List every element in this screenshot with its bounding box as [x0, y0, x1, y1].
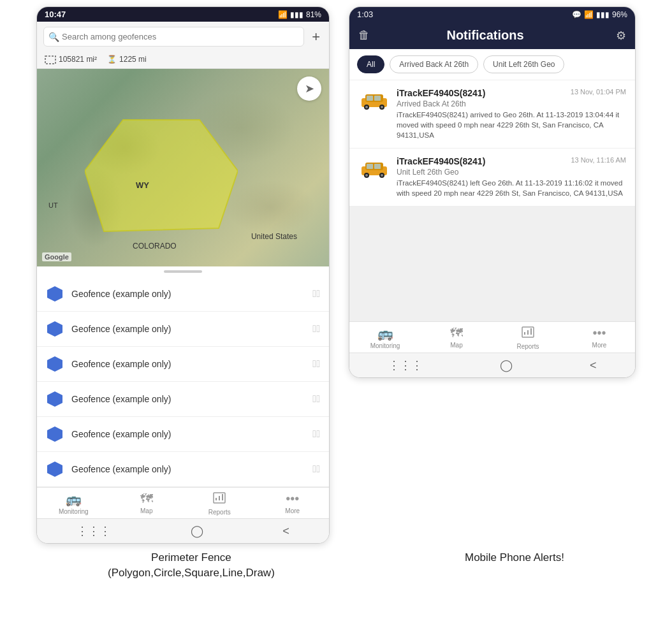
monitoring-icon: 🚌 — [66, 491, 82, 507]
car-icon — [358, 156, 390, 179]
device-name: iTrackEF4940S(8241) — [397, 88, 485, 98]
map-background: WY United States COLORADO UT ➤ Google — [37, 69, 329, 266]
reports-icon — [212, 491, 226, 507]
add-geofence-button[interactable]: + — [309, 29, 323, 45]
notification-body: iTrackEF4940S(8241) left Geo 26th. At 11… — [397, 178, 626, 198]
filter-tabs: All Arrived Back At 26th Unit Left 26th … — [349, 49, 635, 80]
car-icon — [358, 88, 390, 111]
svg-point-17 — [381, 106, 383, 108]
list-item[interactable]: Geofence (example only) 👁̸ — [37, 347, 329, 382]
nav-more-label: More — [285, 507, 300, 514]
right-nav-map[interactable]: 🗺 Map — [437, 326, 476, 350]
notification-time: 13 Nov, 01:04 PM — [571, 88, 626, 96]
more-icon: ••• — [286, 491, 299, 506]
right-signal-icon: ▮▮▮ — [596, 10, 610, 19]
right-battery: 96% — [612, 10, 627, 19]
geofence-label: Geofence (example only) — [71, 429, 305, 439]
geofence-icon — [46, 355, 64, 373]
svg-rect-19 — [374, 96, 381, 101]
search-input[interactable] — [43, 27, 304, 47]
right-status-icons: 💬 📶 ▮▮▮ 96% — [572, 10, 627, 19]
nav-map-label: Map — [140, 507, 152, 514]
signal-icon: ▮▮▮ — [290, 10, 303, 19]
map-label-ut: UT — [48, 201, 58, 209]
visibility-icon[interactable]: 👁̸ — [312, 323, 320, 335]
list-item[interactable]: Geofence (example only) 👁̸ — [37, 452, 329, 487]
back-button[interactable]: < — [282, 525, 289, 538]
geofence-icon — [46, 460, 64, 478]
right-nav-reports[interactable]: Reports — [509, 326, 547, 350]
search-icon: 🔍 — [48, 32, 59, 42]
visibility-icon[interactable]: 👁̸ — [312, 358, 320, 370]
list-item[interactable]: Geofence (example only) 👁̸ — [37, 312, 329, 347]
filter-tab-all[interactable]: All — [357, 55, 384, 73]
right-nav-monitoring[interactable]: 🚌 Monitoring — [366, 326, 404, 350]
right-nav-more[interactable]: ••• More — [580, 326, 618, 350]
notification-top-row: iTrackEF4940S(8241) 13 Nov, 01:04 PM — [397, 88, 626, 98]
svg-marker-1 — [85, 120, 238, 231]
geofence-label: Geofence (example only) — [71, 359, 305, 369]
list-item[interactable]: Geofence (example only) 👁̸ — [37, 277, 329, 312]
right-monitoring-icon: 🚌 — [377, 326, 393, 341]
left-phone: 10:47 📶 ▮▮▮ 81% 🔍 + ​ 10 — [36, 6, 330, 544]
wifi-icon: 📶 — [278, 10, 288, 19]
nav-more[interactable]: ••• More — [274, 491, 312, 516]
right-android-nav: ⋮⋮⋮ ◯ < — [349, 353, 635, 377]
captions-row: Perimeter Fence(Polygon,Circle,Square,Li… — [0, 544, 672, 581]
filter-tab-arrived[interactable]: Arrived Back At 26th — [390, 55, 478, 73]
visibility-icon[interactable]: 👁̸ — [312, 393, 320, 405]
distance-stat: ⏳ 1225 mi — [107, 55, 147, 64]
right-back-button[interactable]: < — [590, 359, 597, 372]
home-button[interactable]: ◯ — [191, 524, 203, 538]
nav-reports[interactable]: Reports — [200, 491, 238, 516]
nav-monitoring[interactable]: 🚌 Monitoring — [54, 491, 92, 516]
visibility-icon[interactable]: 👁̸ — [312, 288, 320, 300]
right-home-button[interactable]: ◯ — [500, 358, 513, 372]
right-recent-apps-button[interactable]: ⋮⋮⋮ — [388, 358, 423, 372]
right-nav-reports-label: Reports — [516, 343, 539, 350]
geofence-label: Geofence (example only) — [71, 289, 305, 299]
left-status-icons: 📶 ▮▮▮ 81% — [278, 10, 321, 19]
notification-item[interactable]: iTrackEF4940S(8241) 13 Nov, 11:16 AM Uni… — [349, 149, 635, 207]
settings-button[interactable]: ⚙ — [616, 29, 626, 43]
map-label-wy: WY — [136, 180, 149, 190]
right-nav-more-label: More — [592, 342, 607, 349]
battery-icon: 81% — [306, 10, 321, 19]
svg-rect-0 — [45, 56, 55, 64]
right-nav-monitoring-label: Monitoring — [370, 342, 400, 349]
map-area[interactable]: WY United States COLORADO UT ➤ Google — [37, 69, 329, 266]
right-time: 1:03 — [357, 10, 373, 19]
notification-item[interactable]: iTrackEF4940S(8241) 13 Nov, 01:04 PM Arr… — [349, 80, 635, 149]
right-caption: Mobile Phone Alerts! — [465, 550, 564, 581]
notification-event: Arrived Back At 26th — [397, 99, 626, 108]
device-name: iTrackEF4940S(8241) — [397, 156, 485, 166]
geofence-icon — [46, 390, 64, 408]
svg-marker-7 — [47, 462, 62, 477]
right-map-icon: 🗺 — [450, 326, 463, 340]
visibility-icon[interactable]: 👁̸ — [312, 428, 320, 440]
right-reports-icon — [521, 326, 535, 342]
left-status-bar: 10:47 📶 ▮▮▮ 81% — [37, 7, 329, 22]
geofence-label: Geofence (example only) — [71, 394, 305, 404]
compass-icon: ➤ — [305, 82, 314, 96]
nav-reports-label: Reports — [208, 509, 231, 516]
search-bar-row: 🔍 + — [37, 22, 329, 52]
left-caption: Perimeter Fence(Polygon,Circle,Square,Li… — [108, 550, 275, 581]
svg-marker-5 — [47, 391, 62, 407]
svg-point-15 — [365, 106, 368, 108]
geofence-icon — [46, 285, 64, 303]
list-item[interactable]: Geofence (example only) 👁̸ — [37, 382, 329, 417]
visibility-icon[interactable]: 👁̸ — [312, 463, 320, 475]
nav-monitoring-label: Monitoring — [59, 508, 89, 515]
recent-apps-button[interactable]: ⋮⋮⋮ — [77, 524, 111, 538]
notification-list: iTrackEF4940S(8241) 13 Nov, 01:04 PM Arr… — [349, 80, 635, 207]
notification-content: iTrackEF4940S(8241) 13 Nov, 11:16 AM Uni… — [397, 156, 626, 198]
notifications-title: Notifications — [354, 28, 616, 43]
notification-body: iTrackEF4940S(8241) arrived to Geo 26th.… — [397, 110, 626, 140]
geofence-shape — [85, 113, 238, 241]
nav-map[interactable]: 🗺 Map — [128, 491, 166, 516]
left-time: 10:47 — [45, 10, 66, 19]
area-pattern-icon: ​ — [45, 54, 56, 64]
filter-tab-left[interactable]: Unit Left 26th Geo — [483, 55, 564, 73]
list-item[interactable]: Geofence (example only) 👁̸ — [37, 417, 329, 452]
